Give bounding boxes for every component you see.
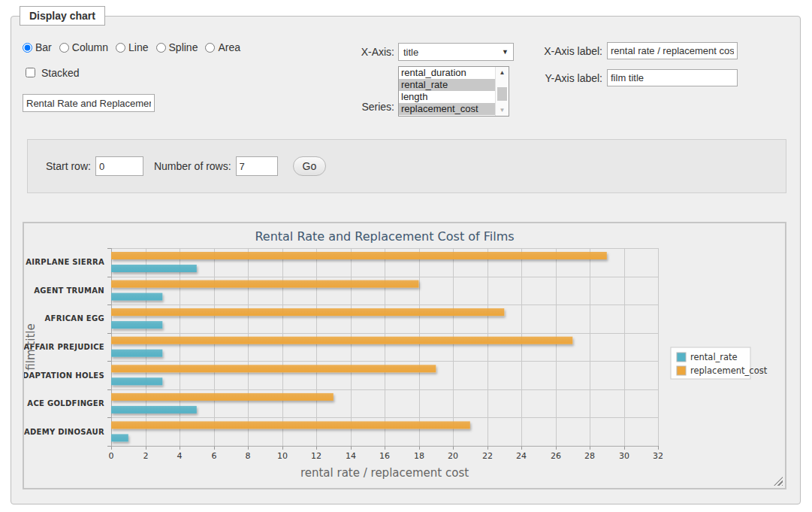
scrollbar-thumb[interactable] bbox=[497, 87, 507, 101]
bar-rental_rate bbox=[111, 293, 162, 301]
number-of-rows-label: Number of rows: bbox=[154, 160, 231, 172]
bar-replacement_cost bbox=[111, 252, 607, 259]
svg-text:20: 20 bbox=[448, 451, 458, 461]
svg-text:AFRICAN EGG: AFRICAN EGG bbox=[45, 314, 104, 323]
x-axis-select[interactable]: title ▼ bbox=[398, 43, 514, 61]
legend-item-replacement_cost[interactable]: replacement_cost bbox=[677, 365, 768, 376]
svg-text:0: 0 bbox=[109, 451, 114, 461]
start-row-input[interactable] bbox=[95, 156, 143, 176]
svg-text:6: 6 bbox=[212, 451, 217, 461]
chart-type-radio-column[interactable] bbox=[59, 43, 69, 53]
stacked-checkbox-row: Stacked bbox=[23, 65, 80, 80]
series-label-text: Series: bbox=[342, 101, 394, 113]
chart-type-option-column: Column bbox=[59, 41, 108, 53]
bar-rental_rate bbox=[111, 350, 162, 357]
bar-chart: AIRPLANE SIERRAAGENT TRUMANAFRICAN EGGAF… bbox=[24, 223, 785, 491]
chart-title-input[interactable] bbox=[23, 94, 155, 112]
svg-text:32: 32 bbox=[653, 451, 663, 461]
y-axis-label-input[interactable] bbox=[607, 69, 738, 86]
svg-text:12: 12 bbox=[311, 451, 321, 461]
series-option-replacement_cost[interactable]: replacement_cost bbox=[399, 103, 496, 115]
chart-type-radio-bar[interactable] bbox=[23, 43, 32, 53]
select-arrow-icon: ▼ bbox=[502, 48, 509, 56]
svg-text:18: 18 bbox=[414, 451, 424, 461]
chart-type-option-bar: Bar bbox=[23, 41, 52, 53]
scroll-up-icon[interactable]: ▲ bbox=[496, 67, 509, 78]
svg-text:ADAPTATION HOLES: ADAPTATION HOLES bbox=[24, 371, 104, 380]
svg-text:AIRPLANE SIERRA: AIRPLANE SIERRA bbox=[26, 258, 104, 266]
bar-replacement_cost bbox=[111, 308, 504, 316]
stacked-label: Stacked bbox=[41, 67, 80, 79]
svg-text:26: 26 bbox=[551, 451, 561, 461]
go-button[interactable]: Go bbox=[293, 156, 327, 176]
row-range-panel: Start row: Number of rows: Go bbox=[27, 139, 786, 193]
axis-ticks bbox=[107, 248, 659, 450]
bar-replacement_cost bbox=[111, 280, 419, 288]
svg-text:ACADEMY DINOSAUR: ACADEMY DINOSAUR bbox=[24, 428, 104, 436]
svg-text:22: 22 bbox=[482, 451, 493, 461]
x-axis-selected-value: title bbox=[403, 47, 418, 58]
stacked-checkbox[interactable] bbox=[26, 68, 35, 77]
chart-type-label: Spline bbox=[169, 41, 198, 53]
bar-replacement_cost bbox=[111, 393, 334, 401]
series-option-length[interactable]: length bbox=[399, 91, 496, 103]
bar-rental_rate bbox=[111, 321, 162, 329]
bar-rental_rate bbox=[111, 434, 128, 441]
svg-text:16: 16 bbox=[379, 451, 390, 461]
chart-type-option-line: Line bbox=[116, 41, 148, 53]
y-axis-label-caption: Y-Axis label: bbox=[535, 72, 602, 84]
chart-container: AIRPLANE SIERRAAGENT TRUMANAFRICAN EGGAF… bbox=[23, 222, 786, 489]
x-axis-label-input[interactable] bbox=[607, 42, 738, 59]
gridlines bbox=[111, 248, 659, 447]
chart-type-radio-spline[interactable] bbox=[156, 43, 166, 53]
app-root: Display chart BarColumnLineSplineArea St… bbox=[0, 0, 812, 512]
chart-title: Rental Rate and Replacement Cost of Film… bbox=[255, 229, 514, 244]
svg-text:14: 14 bbox=[346, 451, 356, 461]
bar-rental_rate bbox=[111, 265, 197, 272]
svg-text:30: 30 bbox=[619, 451, 629, 461]
svg-text:replacement_cost: replacement_cost bbox=[690, 365, 768, 376]
svg-text:24: 24 bbox=[516, 451, 527, 461]
chart-type-option-area: Area bbox=[205, 41, 240, 53]
series-option-rental_rate[interactable]: rental_rate bbox=[399, 79, 496, 91]
x-tick-labels: 02468101214161820222426283032 bbox=[109, 451, 664, 461]
start-row-label: Start row: bbox=[46, 160, 91, 172]
bar-rental_rate bbox=[111, 377, 162, 385]
scroll-down-icon[interactable]: ▼ bbox=[496, 105, 509, 116]
bar-replacement_cost bbox=[111, 337, 572, 344]
svg-text:28: 28 bbox=[584, 451, 595, 461]
fieldset-legend: Display chart bbox=[20, 6, 105, 26]
chart-legend: rental_ratereplacement_cost bbox=[671, 347, 768, 379]
bar-replacement_cost bbox=[111, 421, 470, 429]
series-scrollbar[interactable]: ▲ ▼ bbox=[495, 67, 509, 116]
chart-type-radio-area[interactable] bbox=[205, 43, 215, 53]
series-multiselect[interactable]: rental_durationrental_ratelengthreplacem… bbox=[398, 66, 509, 117]
x-axis-label-caption: X-Axis label: bbox=[535, 45, 602, 57]
svg-text:2: 2 bbox=[143, 451, 149, 461]
series-option-rental_duration[interactable]: rental_duration bbox=[399, 67, 496, 79]
chart-type-label: Area bbox=[218, 41, 240, 53]
y-axis-title: film title bbox=[24, 323, 38, 370]
svg-text:4: 4 bbox=[177, 451, 183, 461]
series-options: rental_durationrental_ratelengthreplacem… bbox=[399, 67, 496, 116]
bar-rental_rate bbox=[111, 406, 197, 414]
chart-type-label: Line bbox=[128, 41, 148, 53]
plot-area bbox=[111, 252, 607, 441]
chart-type-radio-line[interactable] bbox=[116, 43, 125, 53]
bar-replacement_cost bbox=[111, 365, 436, 372]
svg-text:10: 10 bbox=[277, 451, 288, 461]
legend-item-rental_rate[interactable]: rental_rate bbox=[677, 352, 738, 362]
chart-type-radio-group: BarColumnLineSplineArea bbox=[23, 41, 240, 53]
svg-text:ACE GOLDFINGER: ACE GOLDFINGER bbox=[27, 399, 104, 407]
svg-text:8: 8 bbox=[246, 451, 251, 461]
svg-text:AGENT TRUMAN: AGENT TRUMAN bbox=[34, 286, 104, 295]
svg-text:rental_rate: rental_rate bbox=[690, 352, 738, 362]
number-of-rows-input[interactable] bbox=[236, 156, 278, 176]
chart-type-label: Column bbox=[72, 41, 108, 53]
x-axis-title: rental rate / replacement cost bbox=[300, 466, 469, 480]
chart-type-label: Bar bbox=[35, 41, 52, 53]
x-axis-label-text: X-Axis: bbox=[342, 46, 394, 58]
chart-type-option-spline: Spline bbox=[156, 41, 198, 53]
